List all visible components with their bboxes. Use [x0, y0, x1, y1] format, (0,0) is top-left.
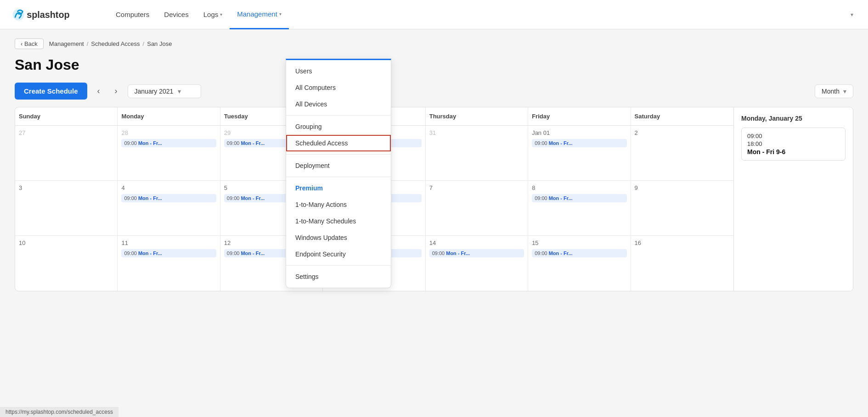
breadcrumb-sep2: /: [143, 40, 145, 47]
event-time: 09:00: [535, 140, 547, 146]
logs-caret-icon: ▾: [220, 12, 222, 17]
nav-items: Computers Devices Logs ▾ Management ▾: [108, 0, 847, 29]
cell-event[interactable]: 09:00Mon - Fr...: [121, 249, 216, 257]
view-label: Month: [822, 88, 840, 95]
cell-day: 15: [532, 239, 626, 246]
event-label: Mon - Fr...: [138, 140, 162, 146]
next-arrow-button[interactable]: ›: [110, 84, 122, 98]
breadcrumb-current: San Jose: [147, 40, 172, 47]
cell-event[interactable]: 09:00Mon - Fr...: [121, 194, 216, 202]
calendar-cell[interactable]: 31: [426, 126, 528, 180]
header-saturday: Saturday: [631, 107, 733, 125]
view-selector[interactable]: Month ▾: [815, 84, 853, 98]
event-label: Mon - Fr...: [138, 195, 162, 201]
cell-day: 2: [635, 129, 730, 136]
navbar-right: ▾: [847, 10, 857, 20]
dropdown-item-endpoint-security[interactable]: Endpoint Security: [286, 246, 391, 262]
cell-day: 14: [429, 239, 524, 246]
breadcrumb-sep1: /: [87, 40, 89, 47]
nav-computers[interactable]: Computers: [108, 0, 157, 29]
calendar-cell[interactable]: 2809:00Mon - Fr...: [118, 126, 220, 180]
navbar: splashtop Computers Devices Logs ▾ Manag…: [0, 0, 868, 29]
event-time: 09:00: [124, 195, 137, 201]
event-time: 09:00: [124, 250, 137, 256]
cell-day: Jan 01: [532, 129, 626, 136]
calendar-cell[interactable]: 16: [631, 236, 733, 291]
sidebar-event-card[interactable]: 09:00 18:00 Mon - Fri 9-6: [741, 128, 845, 161]
dropdown-item-deployment[interactable]: Deployment: [286, 157, 391, 174]
prev-arrow-button[interactable]: ‹: [93, 84, 105, 98]
dropdown-item-1to-many-schedules[interactable]: 1-to-Many Schedules: [286, 213, 391, 229]
sidebar-start-time: 09:00: [747, 133, 840, 139]
month-caret-icon: ▾: [178, 88, 181, 95]
cell-event[interactable]: 09:00Mon - Fr...: [532, 249, 626, 257]
cell-day: 31: [429, 129, 524, 136]
calendar-cell[interactable]: Jan 0109:00Mon - Fr...: [528, 126, 631, 180]
nav-devices[interactable]: Devices: [157, 0, 196, 29]
calendar-cell[interactable]: 3: [15, 181, 118, 235]
calendar-cell[interactable]: 7: [426, 181, 528, 235]
calendar-cell[interactable]: 809:00Mon - Fr...: [528, 181, 631, 235]
calendar-cell[interactable]: 1109:00Mon - Fr...: [118, 236, 220, 291]
breadcrumb-management[interactable]: Management: [49, 40, 84, 47]
create-schedule-button[interactable]: Create Schedule: [15, 83, 87, 100]
sidebar-date: Monday, January 25: [741, 115, 845, 122]
management-caret-icon: ▾: [279, 11, 282, 17]
cell-event[interactable]: 09:00Mon - Fr...: [532, 139, 626, 147]
calendar-toolbar: Create Schedule ‹ › January 2021 ▾ Month…: [15, 83, 853, 100]
month-label: January 2021: [135, 88, 174, 95]
dropdown-item-users[interactable]: Users: [286, 63, 391, 79]
cell-day: 4: [121, 184, 216, 191]
dropdown-item-1to-many-actions[interactable]: 1-to-Many Actions: [286, 196, 391, 213]
management-dropdown: UsersAll ComputersAll DevicesGroupingSch…: [286, 59, 391, 288]
month-selector[interactable]: January 2021 ▾: [128, 84, 201, 98]
calendar-cell[interactable]: 409:00Mon - Fr...: [118, 181, 220, 235]
sidebar-end-time: 18:00: [747, 140, 840, 147]
nav-logs[interactable]: Logs ▾: [196, 0, 230, 29]
cell-day: 8: [532, 184, 626, 191]
back-button[interactable]: ‹ Back: [15, 39, 44, 49]
nav-management[interactable]: Management ▾: [230, 0, 289, 29]
dropdown-item-all-computers[interactable]: All Computers: [286, 79, 391, 96]
calendar-cell[interactable]: 2: [631, 126, 733, 180]
dropdown-item-grouping[interactable]: Grouping: [286, 118, 391, 135]
sidebar-event-title: Mon - Fri 9-6: [747, 148, 840, 156]
event-time: 09:00: [227, 140, 240, 146]
cell-day: 10: [19, 239, 113, 246]
calendar-cell[interactable]: 1409:00Mon - Fr...: [426, 236, 528, 291]
dropdown-item-scheduled-access[interactable]: Scheduled Access: [286, 135, 391, 151]
account-caret-button[interactable]: ▾: [847, 10, 857, 20]
calendar-cell[interactable]: 1509:00Mon - Fr...: [528, 236, 631, 291]
logo[interactable]: splashtop: [11, 6, 94, 24]
breadcrumb: ‹ Back Management / Scheduled Access / S…: [15, 39, 853, 49]
calendar-cell[interactable]: 27: [15, 126, 118, 180]
calendar-sidebar: Monday, January 25 09:00 18:00 Mon - Fri…: [733, 107, 853, 291]
cell-day: 16: [635, 239, 730, 246]
event-time: 09:00: [535, 195, 547, 201]
sidebar-event-times: 09:00 18:00: [747, 133, 840, 147]
cell-day: 28: [121, 129, 216, 136]
dropdown-item-settings[interactable]: Settings: [286, 268, 391, 285]
event-label: Mon - Fr...: [241, 195, 265, 201]
view-caret-icon: ▾: [843, 88, 846, 95]
statusbar: https://my.splashtop.com/scheduled_acces…: [0, 407, 118, 417]
header-monday: Monday: [118, 107, 220, 125]
breadcrumb-scheduled-access[interactable]: Scheduled Access: [91, 40, 140, 47]
header-friday: Friday: [528, 107, 631, 125]
event-label: Mon - Fr...: [549, 195, 573, 201]
event-time: 09:00: [227, 195, 240, 201]
cell-event[interactable]: 09:00Mon - Fr...: [532, 194, 626, 202]
calendar-cell[interactable]: 10: [15, 236, 118, 291]
event-time: 09:00: [432, 250, 445, 256]
event-label: Mon - Fr...: [241, 140, 265, 146]
dropdown-item-premium[interactable]: Premium: [286, 180, 391, 196]
dropdown-item-windows-updates[interactable]: Windows Updates: [286, 229, 391, 246]
dropdown-item-all-devices[interactable]: All Devices: [286, 96, 391, 112]
calendar-cell[interactable]: 9: [631, 181, 733, 235]
event-label: Mon - Fr...: [549, 250, 573, 256]
dropdown-divider: [286, 115, 391, 116]
dropdown-divider: [286, 154, 391, 155]
cell-event[interactable]: 09:00Mon - Fr...: [429, 249, 524, 257]
cell-day: 9: [635, 184, 730, 191]
cell-event[interactable]: 09:00Mon - Fr...: [121, 139, 216, 147]
